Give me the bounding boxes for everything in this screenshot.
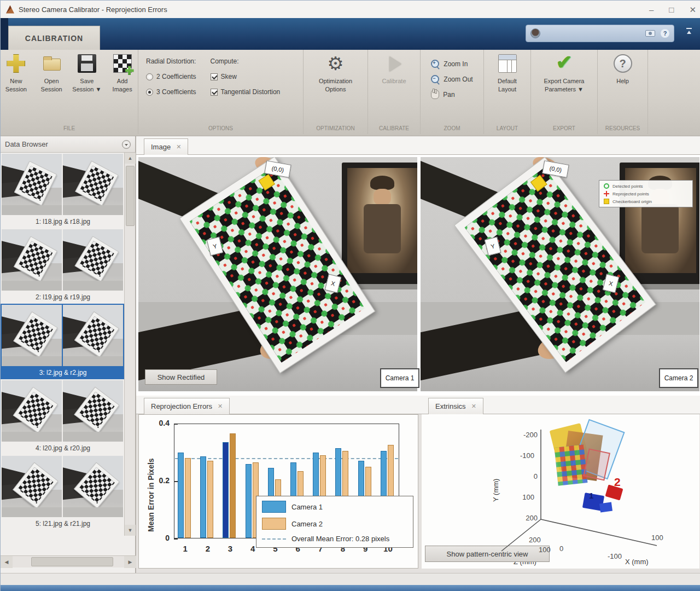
- thumbnail-photo: [63, 456, 123, 517]
- checkbox-icon: [211, 73, 218, 80]
- window-title: Stereo Camera Calibrator - Reprojection …: [19, 5, 167, 14]
- list-item-image-pair[interactable]: 3: l2.jpg & r2.jpg: [1, 304, 125, 379]
- extrinsics-tabstrip: Extrinsics ✕: [421, 396, 700, 414]
- scrollbar-thumb[interactable]: [31, 557, 113, 566]
- help-icon[interactable]: ?: [661, 29, 669, 38]
- camera1-number: 1: [589, 491, 593, 500]
- calibrate-button[interactable]: Calibrate: [372, 54, 416, 85]
- default-layout-button[interactable]: Default Layout: [488, 54, 527, 94]
- add-images-button[interactable]: Add Images: [107, 54, 138, 94]
- new-session-button[interactable]: New Session: [1, 54, 32, 94]
- app-window: Stereo Camera Calibrator - Reprojection …: [0, 0, 700, 591]
- legend-row: Checkerboard origin: [604, 199, 688, 204]
- z-tick-label: 100: [539, 546, 551, 554]
- close-icon[interactable]: ✕: [176, 143, 181, 150]
- panel-menu-icon[interactable]: [122, 140, 131, 149]
- image-pair-label[interactable]: 1: l18.jpg & r18.jpg: [1, 216, 125, 228]
- checkbox-tangential-distortion[interactable]: Tangential Distortion: [211, 88, 281, 96]
- detected-circle: [604, 183, 609, 189]
- minimize-button[interactable]: –: [649, 5, 654, 14]
- list-item-image-pair[interactable]: 4: l20.jpg & r20.jpg: [1, 379, 125, 455]
- close-button[interactable]: ✕: [689, 5, 696, 14]
- radio-3-coefficients[interactable]: 3 Coefficients: [146, 88, 196, 96]
- zoom-out-icon: −: [431, 75, 440, 84]
- horizontal-scrollbar[interactable]: ◀ ▶: [1, 555, 136, 567]
- legend-row: Reprojected points: [604, 191, 688, 196]
- checkerboard-thumb: [74, 462, 120, 508]
- image-pair-label[interactable]: 4: l20.jpg & r20.jpg: [1, 443, 125, 455]
- figure-hat-shape: [370, 176, 394, 190]
- save-icon: [78, 54, 96, 73]
- collapse-ribbon-icon[interactable]: [685, 28, 693, 36]
- scroll-left-arrow[interactable]: ◀: [1, 556, 13, 568]
- maximize-button[interactable]: □: [669, 5, 674, 14]
- legend-label: Camera 1: [291, 503, 323, 511]
- zoom-in-button[interactable]: + Zoom In: [431, 60, 472, 68]
- image-pair-label[interactable]: 2: l19.jpg & r19.jpg: [1, 292, 125, 304]
- pan-button[interactable]: Pan: [431, 90, 472, 99]
- tab-extrinsics[interactable]: Extrinsics ✕: [428, 398, 483, 414]
- scroll-up-arrow[interactable]: ▲: [125, 153, 136, 164]
- save-session-button[interactable]: Save Session ▼: [72, 54, 103, 94]
- quick-access-toolbar[interactable]: ?: [526, 25, 674, 42]
- extrinsics-3d-plot[interactable]: Y (mm) X (mm) Z (mm) Show pattern-centri…: [422, 414, 699, 569]
- radio-2-coefficients[interactable]: 2 Coefficients: [146, 73, 196, 80]
- bar-camera1-group3: [223, 442, 229, 538]
- ribbon-edge: [1, 18, 8, 50]
- tab-image[interactable]: Image ✕: [144, 138, 188, 155]
- close-icon[interactable]: ✕: [218, 403, 223, 410]
- list-item-image-pair[interactable]: 5: l21.jpg & r21.jpg: [1, 455, 125, 530]
- reprojection-bar-chart[interactable]: Mean Error in Pixels00.20.412345678910Ca…: [138, 414, 418, 569]
- scrollbar-thumb[interactable]: [126, 166, 135, 226]
- tab-reprojection-errors[interactable]: Reprojection Errors ✕: [144, 398, 230, 414]
- data-browser-title: Data Browser: [5, 140, 48, 148]
- close-icon[interactable]: ✕: [471, 403, 476, 410]
- status-bar: [1, 573, 700, 591]
- scroll-right-arrow[interactable]: ▶: [124, 556, 136, 568]
- desk-shape: [63, 432, 123, 442]
- checkerboard-thumb: [14, 161, 57, 206]
- camera1-image[interactable]: (0,0)YX: [138, 157, 417, 391]
- legend-label: Reprojected points: [612, 192, 649, 196]
- help-button[interactable]: ? Help: [606, 54, 639, 85]
- desk-shape: [2, 205, 62, 215]
- camera-icon[interactable]: [645, 30, 655, 37]
- chart-legend-row: Camera 1: [262, 501, 407, 513]
- list-item-image-pair[interactable]: 1: l18.jpg & r18.jpg: [1, 153, 125, 228]
- list-item-image-pair[interactable]: 2: l19.jpg & r19.jpg: [1, 228, 125, 304]
- open-session-button[interactable]: Open Session: [36, 54, 67, 94]
- z-tick-label: 200: [529, 536, 541, 544]
- y-tick-label: 0: [151, 534, 170, 542]
- radio-icon: [146, 73, 153, 80]
- section-file: FILE: [1, 122, 138, 134]
- zoom-out-button[interactable]: − Zoom Out: [431, 75, 472, 84]
- tab-calibration[interactable]: CALIBRATION: [8, 26, 100, 50]
- section-layout: LAYOUT: [484, 122, 531, 134]
- legend-row: Detected points: [604, 183, 688, 189]
- thumbnail-photo: [63, 154, 123, 215]
- chart-legend-row: Overall Mean Error: 0.28 pixels: [262, 535, 407, 543]
- ribbon-group-optimization: ⚙ Optimization Options: [304, 50, 368, 122]
- camera2-image[interactable]: (0,0)YXDetected pointsReprojected points…: [421, 157, 699, 391]
- image-pair-label[interactable]: 3: l2.jpg & r2.jpg: [1, 367, 125, 379]
- y-tick-label: -100: [515, 451, 534, 460]
- scroll-down-arrow[interactable]: ▼: [125, 525, 136, 536]
- show-rectified-button[interactable]: Show Rectified: [145, 369, 217, 385]
- x-tick-label: -100: [608, 552, 622, 560]
- bar-camera2-group3: [230, 433, 236, 538]
- section-options: OPTIONS: [138, 122, 304, 134]
- image-pair-label[interactable]: 5: l21.jpg & r21.jpg: [1, 518, 125, 530]
- new-session-icon: [7, 54, 25, 73]
- image-pair-list: 1: l18.jpg & r18.jpg2: l19.jpg & r19.jpg…: [1, 153, 125, 553]
- vertical-scrollbar[interactable]: ▲ ▼: [124, 153, 135, 536]
- y-tick-label: 0: [518, 472, 538, 480]
- y-tick-label: 200: [518, 514, 538, 522]
- export-camera-parameters-button[interactable]: ✔ Export Camera Parameters ▼: [535, 54, 594, 94]
- optimization-options-button[interactable]: ⚙ Optimization Options: [311, 54, 360, 94]
- x-tick-label: 3: [222, 544, 238, 553]
- checkbox-skew[interactable]: Skew: [211, 73, 281, 80]
- checkerboard-thumb: [74, 311, 119, 357]
- desk-shape: [63, 281, 123, 291]
- open-folder-icon: [42, 54, 61, 73]
- thumbnail-pair: [1, 455, 125, 518]
